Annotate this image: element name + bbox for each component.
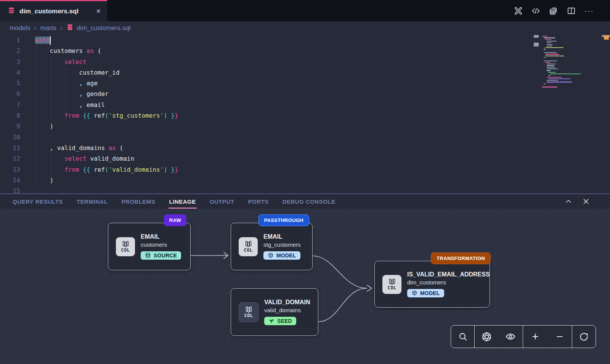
zoom-out-icon[interactable]: − [556, 331, 563, 342]
tab-query-results[interactable]: QUERY RESULTS [13, 194, 63, 209]
modified-marker [604, 35, 609, 40]
minimap-scrollbar[interactable] [602, 35, 610, 39]
cube-icon [411, 290, 417, 296]
bottom-panel-header: QUERY RESULTS TERMINAL PROBLEMS LINEAGE … [0, 193, 610, 209]
code-lines: with customers as ( select customer_id ,… [35, 35, 178, 193]
minimap[interactable] [542, 36, 599, 135]
code-editor[interactable]: 123456789101112131415 with customers as … [0, 35, 610, 193]
node-column-name: EMAIL [141, 233, 181, 240]
resource-badge-source: SOURCE [141, 251, 181, 260]
status-badge-passthrough: PASSTHROUGH [258, 214, 309, 226]
col-label: COL [244, 247, 252, 253]
col-label: COL [244, 313, 253, 318]
node-model-name: dim_customers [407, 279, 490, 286]
refresh-icon[interactable] [579, 332, 589, 342]
node-column-name: VALID_DOMAIN [264, 299, 310, 306]
close-icon[interactable]: ✕ [96, 8, 101, 15]
node-model-name: customers [141, 241, 181, 248]
panel-tabs: QUERY RESULTS TERMINAL PROBLEMS LINEAGE … [0, 194, 336, 209]
lineage-toolbar: + − [451, 325, 596, 348]
breadcrumb-file[interactable]: dim_customers.sql [66, 24, 131, 33]
chevron-right-icon: › [34, 24, 37, 32]
code-icon[interactable] [531, 6, 541, 16]
resource-badge-model: MODEL [407, 289, 444, 297]
column-icon-box: COL [239, 302, 258, 322]
resource-badge-model: MODEL [263, 251, 300, 260]
overview-mark [534, 35, 539, 38]
node-model-name: valid_domains [264, 307, 310, 313]
gutter: 123456789101112131415 [0, 35, 20, 193]
tab-terminal[interactable]: TERMINAL [77, 194, 108, 209]
aperture-icon[interactable] [482, 332, 492, 342]
col-label: COL [121, 247, 130, 253]
column-icon-box: COL [239, 237, 258, 256]
seedling-icon [268, 318, 274, 324]
lineage-node-stg-customers[interactable]: PASSTHROUGH COL EMAIL stg_customers MODE… [231, 223, 313, 270]
eye-icon[interactable] [505, 331, 516, 342]
column-icon-box: COL [382, 275, 401, 294]
editor-tab-bar: dim_customers.sql ✕ [0, 0, 610, 21]
status-badge-raw: RAW [164, 214, 186, 226]
tab-dim-customers[interactable]: dim_customers.sql ✕ [0, 0, 107, 21]
breadcrumb: models › marts › dim_customers.sql [0, 21, 610, 35]
dbt-logo-icon[interactable] [514, 6, 523, 16]
lineage-canvas[interactable]: RAW COL EMAIL customers SOURCE PASSTHROU… [0, 209, 610, 364]
zoom-in-icon[interactable]: + [532, 331, 539, 342]
panel-actions [564, 197, 610, 206]
text-cursor [50, 36, 51, 45]
tab-ports[interactable]: PORTS [248, 194, 268, 209]
split-editor-icon[interactable] [567, 6, 576, 16]
node-model-name: stg_customers [263, 241, 301, 248]
breadcrumb-segment-models[interactable]: models [10, 24, 30, 32]
cube-icon [268, 252, 274, 259]
tab-problems[interactable]: PROBLEMS [122, 194, 156, 209]
status-badge-transformation: TRANSFORMATION [431, 252, 491, 264]
copy-table-icon[interactable] [549, 6, 559, 16]
database-icon [8, 7, 15, 16]
chevron-up-icon[interactable] [564, 197, 573, 206]
tab-lineage[interactable]: LINEAGE [169, 194, 196, 209]
database-icon [66, 24, 74, 33]
lineage-node-dim-customers[interactable]: TRANSFORMATION COL IS_VALID_EMAIL_ADDRES… [374, 261, 490, 308]
resource-badge-seed: SEED [264, 317, 296, 325]
search-icon[interactable] [458, 332, 468, 342]
editor-actions: ··· [514, 0, 610, 21]
tab-label: dim_customers.sql [19, 8, 79, 15]
tab-output[interactable]: OUTPUT [210, 194, 234, 209]
close-icon[interactable] [582, 197, 590, 206]
node-column-name: EMAIL [263, 233, 301, 240]
lineage-node-customers[interactable]: RAW COL EMAIL customers SOURCE [108, 223, 191, 270]
chevron-right-icon: › [60, 24, 63, 32]
tab-debug-console[interactable]: DEBUG CONSOLE [283, 194, 336, 209]
database-icon [145, 252, 151, 259]
column-icon-box: COL [116, 237, 135, 256]
node-column-name: IS_VALID_EMAIL_ADDRESS [407, 271, 490, 278]
lineage-node-valid-domains[interactable]: COL VALID_DOMAIN valid_domains SEED [231, 288, 318, 336]
breadcrumb-segment-marts[interactable]: marts [40, 24, 56, 32]
col-label: COL [387, 285, 396, 291]
overview-mark [534, 43, 539, 46]
more-icon[interactable]: ··· [584, 7, 594, 14]
